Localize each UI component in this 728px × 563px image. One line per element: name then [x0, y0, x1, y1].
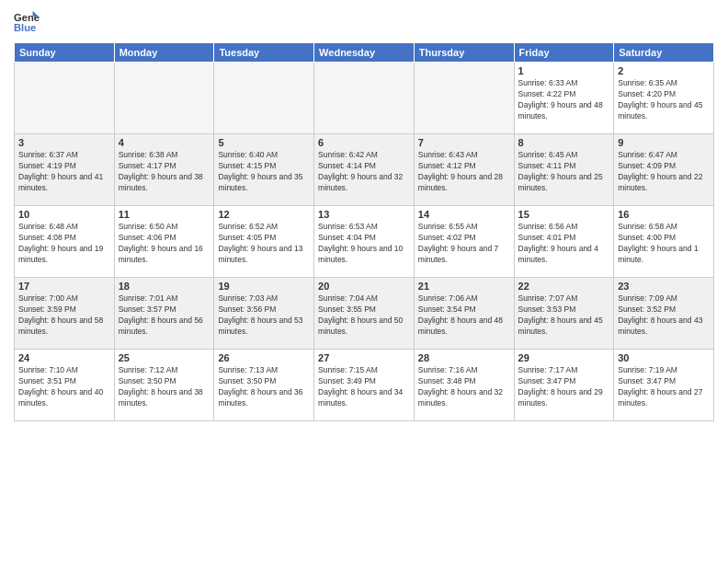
- page: General Blue SundayMondayTuesdayWednesda…: [0, 0, 728, 563]
- day-number: 24: [18, 352, 110, 363]
- weekday-header: Sunday: [15, 43, 115, 63]
- calendar-header-row: SundayMondayTuesdayWednesdayThursdayFrid…: [15, 43, 714, 63]
- day-number: 28: [418, 352, 510, 363]
- day-info: Sunrise: 6:35 AMSunset: 4:20 PMDaylight:…: [618, 78, 710, 122]
- calendar-week-row: 10Sunrise: 6:48 AMSunset: 4:08 PMDayligh…: [15, 206, 714, 278]
- day-info: Sunrise: 7:00 AMSunset: 3:59 PMDaylight:…: [18, 293, 110, 338]
- day-number: 22: [518, 281, 610, 292]
- calendar-day-cell: 15Sunrise: 6:56 AMSunset: 4:01 PMDayligh…: [514, 206, 614, 278]
- day-number: 25: [119, 352, 210, 363]
- logo: General Blue: [14, 9, 43, 35]
- calendar-day-cell: 13Sunrise: 6:53 AMSunset: 4:04 PMDayligh…: [314, 206, 415, 278]
- calendar-day-cell: 1Sunrise: 6:33 AMSunset: 4:22 PMDaylight…: [514, 63, 614, 134]
- day-number: 4: [119, 137, 210, 148]
- day-number: 30: [618, 352, 710, 363]
- calendar-day-cell: 22Sunrise: 7:07 AMSunset: 3:53 PMDayligh…: [514, 278, 614, 350]
- calendar-week-row: 17Sunrise: 7:00 AMSunset: 3:59 PMDayligh…: [15, 278, 714, 350]
- day-number: 7: [418, 137, 510, 148]
- calendar-day-cell: 26Sunrise: 7:13 AMSunset: 3:50 PMDayligh…: [214, 350, 314, 421]
- day-info: Sunrise: 6:42 AMSunset: 4:14 PMDaylight:…: [318, 150, 410, 194]
- calendar-day-cell: 17Sunrise: 7:00 AMSunset: 3:59 PMDayligh…: [15, 278, 115, 350]
- calendar-day-cell: [214, 63, 314, 134]
- day-number: 20: [318, 281, 410, 292]
- day-number: 15: [518, 209, 610, 220]
- day-info: Sunrise: 7:03 AMSunset: 3:56 PMDaylight:…: [218, 293, 310, 338]
- day-number: 13: [318, 209, 410, 220]
- day-info: Sunrise: 7:19 AMSunset: 3:47 PMDaylight:…: [618, 365, 710, 409]
- day-info: Sunrise: 7:04 AMSunset: 3:55 PMDaylight:…: [318, 293, 410, 338]
- day-number: 19: [218, 281, 310, 292]
- calendar-day-cell: 8Sunrise: 6:45 AMSunset: 4:11 PMDaylight…: [514, 134, 614, 206]
- weekday-header: Wednesday: [314, 43, 415, 63]
- day-info: Sunrise: 7:13 AMSunset: 3:50 PMDaylight:…: [218, 365, 310, 409]
- day-number: 5: [218, 137, 310, 148]
- svg-text:General: General: [14, 12, 40, 23]
- day-info: Sunrise: 6:55 AMSunset: 4:02 PMDaylight:…: [418, 222, 510, 266]
- calendar-day-cell: [414, 63, 514, 134]
- day-info: Sunrise: 7:12 AMSunset: 3:50 PMDaylight:…: [119, 365, 210, 409]
- day-info: Sunrise: 6:43 AMSunset: 4:12 PMDaylight:…: [418, 150, 510, 194]
- day-number: 9: [618, 137, 710, 148]
- day-info: Sunrise: 7:09 AMSunset: 3:52 PMDaylight:…: [618, 293, 710, 338]
- calendar-day-cell: [15, 63, 115, 134]
- day-number: 16: [618, 209, 710, 220]
- svg-text:Blue: Blue: [14, 22, 36, 33]
- day-info: Sunrise: 6:53 AMSunset: 4:04 PMDaylight:…: [318, 222, 410, 266]
- calendar-day-cell: 2Sunrise: 6:35 AMSunset: 4:20 PMDaylight…: [614, 63, 714, 134]
- calendar-day-cell: 11Sunrise: 6:50 AMSunset: 4:06 PMDayligh…: [114, 206, 214, 278]
- calendar-week-row: 1Sunrise: 6:33 AMSunset: 4:22 PMDaylight…: [15, 63, 714, 134]
- calendar-table: SundayMondayTuesdayWednesdayThursdayFrid…: [14, 42, 714, 421]
- calendar-day-cell: 21Sunrise: 7:06 AMSunset: 3:54 PMDayligh…: [414, 278, 514, 350]
- calendar-day-cell: 14Sunrise: 6:55 AMSunset: 4:02 PMDayligh…: [414, 206, 514, 278]
- weekday-header: Monday: [114, 43, 214, 63]
- day-number: 27: [318, 352, 410, 363]
- day-info: Sunrise: 6:38 AMSunset: 4:17 PMDaylight:…: [119, 150, 210, 194]
- day-number: 11: [119, 209, 210, 220]
- calendar-day-cell: 9Sunrise: 6:47 AMSunset: 4:09 PMDaylight…: [614, 134, 714, 206]
- day-info: Sunrise: 7:10 AMSunset: 3:51 PMDaylight:…: [18, 365, 110, 409]
- calendar-day-cell: 10Sunrise: 6:48 AMSunset: 4:08 PMDayligh…: [15, 206, 115, 278]
- calendar-day-cell: 29Sunrise: 7:17 AMSunset: 3:47 PMDayligh…: [514, 350, 614, 421]
- weekday-header: Tuesday: [214, 43, 314, 63]
- calendar-day-cell: 24Sunrise: 7:10 AMSunset: 3:51 PMDayligh…: [15, 350, 115, 421]
- day-info: Sunrise: 6:40 AMSunset: 4:15 PMDaylight:…: [218, 150, 310, 194]
- day-info: Sunrise: 7:01 AMSunset: 3:57 PMDaylight:…: [119, 293, 210, 338]
- day-info: Sunrise: 6:58 AMSunset: 4:00 PMDaylight:…: [618, 222, 710, 266]
- calendar-day-cell: 12Sunrise: 6:52 AMSunset: 4:05 PMDayligh…: [214, 206, 314, 278]
- day-number: 2: [618, 65, 710, 76]
- calendar-day-cell: 5Sunrise: 6:40 AMSunset: 4:15 PMDaylight…: [214, 134, 314, 206]
- day-number: 1: [518, 65, 610, 76]
- day-number: 8: [518, 137, 610, 148]
- calendar-week-row: 24Sunrise: 7:10 AMSunset: 3:51 PMDayligh…: [15, 350, 714, 421]
- day-info: Sunrise: 7:06 AMSunset: 3:54 PMDaylight:…: [418, 293, 510, 338]
- day-info: Sunrise: 6:47 AMSunset: 4:09 PMDaylight:…: [618, 150, 710, 194]
- logo-icon: General Blue: [14, 9, 40, 35]
- day-info: Sunrise: 7:07 AMSunset: 3:53 PMDaylight:…: [518, 293, 610, 338]
- day-info: Sunrise: 6:56 AMSunset: 4:01 PMDaylight:…: [518, 222, 610, 266]
- day-number: 23: [618, 281, 710, 292]
- day-info: Sunrise: 7:17 AMSunset: 3:47 PMDaylight:…: [518, 365, 610, 409]
- day-number: 14: [418, 209, 510, 220]
- weekday-header: Saturday: [614, 43, 714, 63]
- weekday-header: Thursday: [414, 43, 514, 63]
- day-number: 6: [318, 137, 410, 148]
- day-info: Sunrise: 7:16 AMSunset: 3:48 PMDaylight:…: [418, 365, 510, 409]
- calendar-day-cell: 6Sunrise: 6:42 AMSunset: 4:14 PMDaylight…: [314, 134, 415, 206]
- calendar-day-cell: 25Sunrise: 7:12 AMSunset: 3:50 PMDayligh…: [114, 350, 214, 421]
- day-info: Sunrise: 6:37 AMSunset: 4:19 PMDaylight:…: [18, 150, 110, 194]
- calendar-day-cell: 30Sunrise: 7:19 AMSunset: 3:47 PMDayligh…: [614, 350, 714, 421]
- day-number: 18: [119, 281, 210, 292]
- calendar-day-cell: 23Sunrise: 7:09 AMSunset: 3:52 PMDayligh…: [614, 278, 714, 350]
- weekday-header: Friday: [514, 43, 614, 63]
- calendar-day-cell: 7Sunrise: 6:43 AMSunset: 4:12 PMDaylight…: [414, 134, 514, 206]
- calendar-day-cell: [114, 63, 214, 134]
- calendar-day-cell: 4Sunrise: 6:38 AMSunset: 4:17 PMDaylight…: [114, 134, 214, 206]
- calendar-day-cell: [314, 63, 415, 134]
- calendar-week-row: 3Sunrise: 6:37 AMSunset: 4:19 PMDaylight…: [15, 134, 714, 206]
- calendar-day-cell: 28Sunrise: 7:16 AMSunset: 3:48 PMDayligh…: [414, 350, 514, 421]
- day-info: Sunrise: 6:50 AMSunset: 4:06 PMDaylight:…: [119, 222, 210, 266]
- day-info: Sunrise: 6:48 AMSunset: 4:08 PMDaylight:…: [18, 222, 110, 266]
- day-info: Sunrise: 7:15 AMSunset: 3:49 PMDaylight:…: [318, 365, 410, 409]
- calendar-day-cell: 18Sunrise: 7:01 AMSunset: 3:57 PMDayligh…: [114, 278, 214, 350]
- day-number: 12: [218, 209, 310, 220]
